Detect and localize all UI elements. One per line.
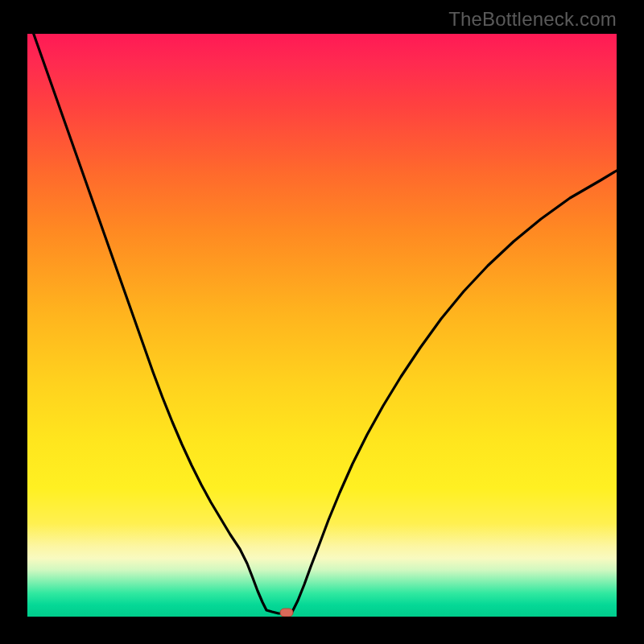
watermark-text: TheBottleneck.com: [448, 8, 617, 31]
bottleneck-curve: [27, 34, 617, 613]
curve-layer: [27, 34, 617, 617]
minimum-marker: [280, 609, 293, 617]
plot-area: [27, 34, 617, 617]
chart-frame: TheBottleneck.com: [0, 0, 644, 644]
